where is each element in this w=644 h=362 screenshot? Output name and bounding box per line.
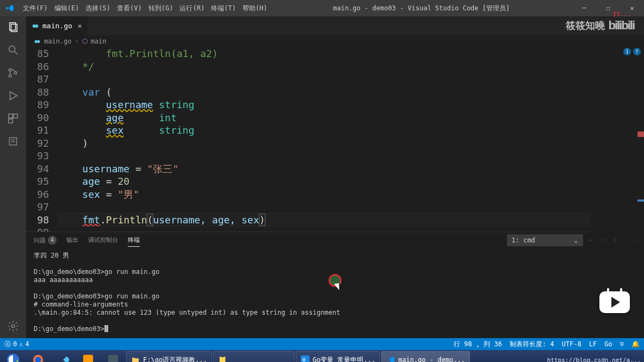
- status-bell-icon[interactable]: 🔔: [631, 340, 640, 348]
- terminal-cursor: [104, 325, 108, 332]
- menu-bar: 文件(F) 编辑(E) 选择(S) 查看(V) 转到(G) 运行(R) 终端(T…: [20, 4, 271, 13]
- svg-rect-23: [63, 357, 69, 362]
- problems-badge: 4: [48, 236, 57, 245]
- window-title: main.go - demo03 - Visual Studio Code [管…: [271, 4, 573, 13]
- task-notes[interactable]: [213, 351, 295, 362]
- terminal-output[interactable]: 李四 20 男 D:\go_demo\demo03>go run main.go…: [26, 248, 644, 338]
- svg-point-18: [37, 40, 40, 42]
- task-wps[interactable]: WGo变量 常量申明...: [296, 351, 380, 362]
- svg-rect-9: [14, 114, 17, 118]
- menu-edit[interactable]: 编辑(E): [51, 4, 83, 13]
- chevron-down-icon: ⌄: [574, 236, 578, 244]
- search-icon[interactable]: [7, 43, 20, 57]
- svg-rect-8: [9, 114, 13, 118]
- status-feedback-icon[interactable]: ☺: [620, 340, 624, 348]
- panel-tab-terminal[interactable]: 终端: [128, 234, 140, 247]
- title-bar: 文件(F) 编辑(E) 选择(S) 查看(V) 转到(G) 运行(R) 终端(T…: [0, 0, 644, 16]
- breadcrumb-file: main.go: [44, 38, 72, 45]
- activity-bar: [0, 16, 26, 338]
- window-minimize-icon[interactable]: ─: [572, 0, 596, 16]
- run-debug-icon[interactable]: [7, 89, 20, 102]
- watermark: IT... 筱筱知曉 bilibili: [566, 18, 634, 33]
- tab-label: main.go: [42, 22, 72, 30]
- go-file-icon: [34, 38, 41, 45]
- status-bar: ⓧ0 ⚠4 行 98 , 列 36 制表符长度: 4 UTF-8 LF Go ☺…: [0, 338, 644, 350]
- extensions-icon[interactable]: [7, 112, 20, 125]
- code-line: */: [59, 61, 94, 72]
- tab-main-go[interactable]: main.go ×: [26, 16, 88, 35]
- explorer-icon[interactable]: [7, 21, 20, 34]
- status-line-col[interactable]: 行 98 , 列 36: [454, 340, 502, 349]
- vscode-logo-icon: [0, 4, 20, 13]
- system-tray[interactable]: https://blog.csdn.net/a...: [547, 357, 644, 363]
- svg-line-3: [15, 52, 18, 55]
- menu-run[interactable]: 运行(R): [176, 4, 208, 13]
- svg-marker-7: [10, 92, 17, 100]
- app-icon-1[interactable]: [51, 351, 75, 362]
- windows-taskbar: F:\go语言视频教... WGo变量 常量申明... main.go - de…: [0, 350, 644, 362]
- svg-point-5: [9, 74, 11, 77]
- source-control-icon[interactable]: [7, 66, 20, 79]
- task-explorer[interactable]: F:\go语言视频教...: [126, 351, 212, 362]
- panel-tab-output[interactable]: 输出: [66, 234, 78, 246]
- bilibili-logo-icon: bilibili: [608, 18, 634, 33]
- task-vscode[interactable]: main.go - demo...: [381, 351, 470, 362]
- outline-icon[interactable]: [7, 135, 20, 148]
- code-editor[interactable]: 858687888990919293949596979899 fmt.Print…: [26, 47, 644, 232]
- menu-selection[interactable]: 选择(S): [82, 4, 114, 13]
- panel-tab-debug[interactable]: 调试控制台: [88, 234, 118, 246]
- minimap[interactable]: [591, 47, 644, 243]
- breadcrumb[interactable]: main.go › ⬡ main: [26, 35, 644, 47]
- status-warnings-icon[interactable]: ⚠: [19, 340, 23, 348]
- line-gutter: 858687888990919293949596979899: [26, 47, 59, 232]
- svg-point-14: [11, 324, 15, 328]
- svg-rect-10: [9, 119, 13, 123]
- go-file-icon: [32, 22, 39, 30]
- app-icon-2[interactable]: [76, 351, 100, 362]
- start-button[interactable]: [1, 351, 25, 362]
- editor-tabs: main.go ×: [26, 16, 644, 35]
- tab-close-icon[interactable]: ×: [78, 22, 82, 30]
- app-icon-3[interactable]: [101, 351, 125, 362]
- recording-cursor-icon: [329, 274, 342, 287]
- menu-file[interactable]: 文件(F): [20, 4, 51, 13]
- svg-point-16: [35, 24, 38, 28]
- menu-help[interactable]: 帮助(H): [239, 4, 271, 13]
- status-language[interactable]: Go: [604, 340, 612, 348]
- status-errors-icon[interactable]: ⓧ: [4, 340, 11, 349]
- status-encoding[interactable]: UTF-8: [562, 340, 581, 348]
- svg-point-4: [9, 68, 11, 71]
- status-eol[interactable]: LF: [589, 340, 597, 348]
- status-tab-size[interactable]: 制表符长度: 4: [510, 340, 554, 349]
- firefox-icon[interactable]: [26, 351, 50, 362]
- video-play-button[interactable]: [599, 291, 630, 313]
- menu-terminal[interactable]: 终端(T): [208, 4, 239, 13]
- panel-tab-problems[interactable]: 问题4: [34, 234, 57, 247]
- settings-gear-icon[interactable]: [7, 320, 20, 333]
- chevron-right-icon: ›: [75, 38, 79, 45]
- code-line: fmt.Println(a1, a2): [59, 48, 218, 59]
- svg-rect-11: [9, 138, 16, 145]
- svg-rect-25: [108, 355, 118, 362]
- help-badge-icon[interactable]: ?: [633, 48, 641, 55]
- svg-text:W: W: [302, 358, 305, 362]
- notification-badge[interactable]: 1: [623, 48, 631, 55]
- menu-go[interactable]: 转到(G): [145, 4, 177, 13]
- editor-actions: 1 ?: [623, 48, 641, 55]
- svg-point-6: [14, 72, 17, 74]
- terminal-select[interactable]: 1: cmd⌄: [507, 234, 583, 246]
- menu-view[interactable]: 查看(V): [114, 4, 145, 13]
- svg-rect-24: [83, 355, 93, 362]
- svg-point-2: [9, 46, 15, 52]
- breadcrumb-symbol: main: [91, 38, 107, 45]
